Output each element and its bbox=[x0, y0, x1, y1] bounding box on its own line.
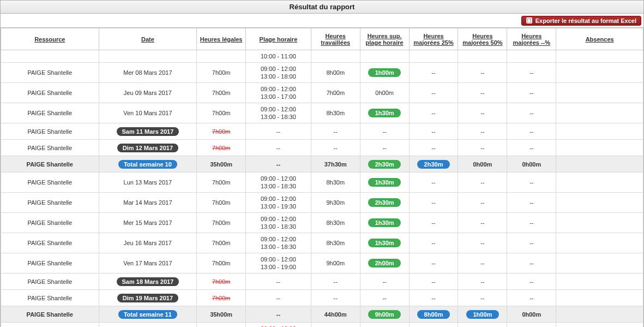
cell: PAIGE Shantelle bbox=[1, 323, 99, 328]
table-row: PAIGE Shantelle Jeu 09 Mars 2017 7h00m 0… bbox=[1, 83, 643, 103]
col-m25[interactable]: Heures majorées 25% bbox=[409, 28, 458, 50]
cell: -- bbox=[246, 290, 311, 306]
report-panel: Résultat du rapport ⬚ Exporter le résult… bbox=[0, 0, 644, 327]
cell: -- bbox=[409, 233, 458, 253]
cell: PAIGE Shantelle bbox=[1, 123, 99, 140]
cell: -- bbox=[409, 123, 458, 140]
export-excel-button[interactable]: ⬚ Exporter le résultat au format Excel bbox=[521, 16, 641, 26]
table-row: PAIGE Shantelle Dim 12 Mars 2017 7h00m -… bbox=[1, 140, 643, 156]
col-resource[interactable]: Ressource bbox=[1, 28, 99, 50]
cell: 1h30m bbox=[360, 103, 409, 123]
report-table: Ressource Date Heures légales Plage hora… bbox=[1, 28, 643, 327]
cell: -- bbox=[507, 233, 556, 253]
cell: Jeu 16 Mars 2017 bbox=[99, 233, 197, 253]
cell: 7h00m bbox=[197, 140, 246, 156]
strike-value: 7h00m bbox=[212, 295, 231, 301]
cell: -- bbox=[458, 290, 507, 306]
cell bbox=[556, 63, 643, 83]
cell bbox=[556, 290, 643, 306]
cell: -- bbox=[409, 63, 458, 83]
cell: 10:00 - 11:00 bbox=[246, 50, 311, 63]
cell: -- bbox=[360, 274, 409, 290]
cell: Jeu 09 Mars 2017 bbox=[99, 83, 197, 103]
cell: PAIGE Shantelle bbox=[1, 83, 99, 103]
cell: -- bbox=[360, 123, 409, 140]
cell: -- bbox=[246, 140, 311, 156]
cell: PAIGE Shantelle bbox=[1, 173, 99, 193]
table-row: PAIGE Shantelle Mar 14 Mars 2017 7h00m 0… bbox=[1, 193, 643, 213]
cell: 09:00 - 12:0013:00 - 19:00 bbox=[246, 253, 311, 274]
cell: 0h00m bbox=[360, 323, 409, 328]
cell: -- bbox=[246, 156, 311, 173]
cell: -- bbox=[458, 323, 507, 328]
cell: Mer 15 Mars 2017 bbox=[99, 213, 197, 233]
cell bbox=[556, 253, 643, 274]
cell: -- bbox=[409, 253, 458, 274]
badge: Dim 19 Mars 2017 bbox=[117, 294, 178, 302]
cell: 7h00m bbox=[197, 233, 246, 253]
cell: 8h30m bbox=[311, 173, 360, 193]
cell bbox=[556, 306, 643, 323]
cell: -- bbox=[507, 253, 556, 274]
cell: -- bbox=[409, 140, 458, 156]
col-overtime[interactable]: Heures sup. plage horaire bbox=[360, 28, 409, 50]
col-mx[interactable]: Heures majorées --% bbox=[507, 28, 556, 50]
cell: -- bbox=[409, 83, 458, 103]
cell bbox=[556, 213, 643, 233]
cell: -- bbox=[458, 63, 507, 83]
cell: 8h00m bbox=[409, 306, 458, 323]
badge: 2h00m bbox=[368, 259, 401, 267]
cell: PAIGE Shantelle bbox=[1, 156, 99, 173]
col-date[interactable]: Date bbox=[99, 28, 197, 50]
badge: 1h30m bbox=[368, 239, 401, 247]
cell bbox=[556, 50, 643, 63]
toolbar: ⬚ Exporter le résultat au format Excel bbox=[1, 14, 643, 28]
table-total-row: PAIGE Shantelle Total semaine 10 35h00m … bbox=[1, 156, 643, 173]
cell: 37h30m bbox=[311, 156, 360, 173]
cell: -- bbox=[360, 140, 409, 156]
cell: 7h00m bbox=[197, 123, 246, 140]
table-head: Ressource Date Heures légales Plage hora… bbox=[1, 28, 643, 50]
col-plage[interactable]: Plage horaire bbox=[246, 28, 311, 50]
cell bbox=[409, 50, 458, 63]
col-abs[interactable]: Absences bbox=[556, 28, 643, 50]
cell: -- bbox=[507, 103, 556, 123]
cell: 1h30m bbox=[360, 173, 409, 193]
cell: 9h00m bbox=[311, 253, 360, 274]
table-row: PAIGE Shantelle Sam 11 Mars 2017 7h00m -… bbox=[1, 123, 643, 140]
cell: Sam 11 Mars 2017 bbox=[99, 123, 197, 140]
cell: -- bbox=[246, 274, 311, 290]
cell bbox=[556, 123, 643, 140]
cell: 9h00m bbox=[360, 306, 409, 323]
cell: PAIGE Shantelle bbox=[1, 253, 99, 274]
cell bbox=[556, 193, 643, 213]
col-legal[interactable]: Heures légales bbox=[197, 28, 246, 50]
cell: 0h00m bbox=[360, 83, 409, 103]
cell: -- bbox=[507, 83, 556, 103]
table-row: 10:00 - 11:00 bbox=[1, 50, 643, 63]
cell bbox=[556, 140, 643, 156]
col-worked[interactable]: Heures travaillées bbox=[311, 28, 360, 50]
cell bbox=[556, 173, 643, 193]
cell: -- bbox=[458, 83, 507, 103]
cell: 2h30m bbox=[409, 156, 458, 173]
cell bbox=[507, 50, 556, 63]
table-row: PAIGE Shantelle Ven 17 Mars 2017 7h00m 0… bbox=[1, 253, 643, 274]
cell: -- bbox=[311, 140, 360, 156]
cell: 09:00 - 12:0013:00 - 18:30 bbox=[246, 173, 311, 193]
cell: 8h00m bbox=[311, 63, 360, 83]
cell: Sam 18 Mars 2017 bbox=[99, 274, 197, 290]
cell: 8h30m bbox=[311, 213, 360, 233]
cell: PAIGE Shantelle bbox=[1, 233, 99, 253]
col-m50[interactable]: Heures majorées 50% bbox=[458, 28, 507, 50]
cell: PAIGE Shantelle bbox=[1, 140, 99, 156]
cell: -- bbox=[311, 274, 360, 290]
badge: 1h30m bbox=[368, 178, 401, 187]
cell: 7h00m bbox=[197, 103, 246, 123]
cell: 2h00m bbox=[360, 253, 409, 274]
cell: 1h00m bbox=[458, 306, 507, 323]
cell bbox=[556, 83, 643, 103]
cell bbox=[556, 103, 643, 123]
cell bbox=[556, 156, 643, 173]
cell: -- bbox=[246, 123, 311, 140]
